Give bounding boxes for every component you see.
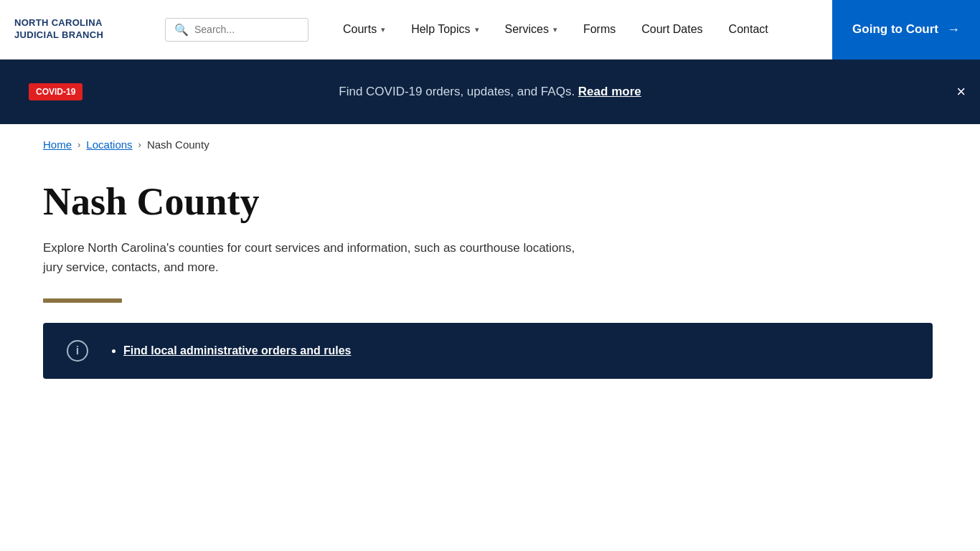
breadcrumb-current-page: Nash County — [147, 138, 209, 151]
nav-item-forms[interactable]: Forms — [570, 0, 628, 60]
breadcrumb: Home › Locations › Nash County — [0, 124, 980, 165]
main-nav: Courts ▾ Help Topics ▾ Services ▾ Forms … — [330, 0, 832, 60]
list-item: Find local administrative orders and rul… — [123, 344, 351, 357]
breadcrumb-home-link[interactable]: Home — [43, 138, 72, 151]
nav-item-courts[interactable]: Courts ▾ — [330, 0, 398, 60]
main-content: Nash County Explore North Carolina's cou… — [0, 165, 980, 408]
site-header: NORTH CAROLINA JUDICIAL BRANCH 🔍 Courts … — [0, 0, 980, 60]
site-logo: NORTH CAROLINA JUDICIAL BRANCH — [14, 17, 103, 42]
breadcrumb-separator: › — [138, 139, 141, 150]
covid-read-more-link[interactable]: Read more — [578, 85, 641, 98]
admin-orders-link[interactable]: Find local administrative orders and rul… — [123, 344, 351, 357]
covid-badge: COVID-19 — [29, 83, 83, 100]
chevron-down-icon: ▾ — [553, 25, 557, 34]
covid-banner-close-button[interactable]: × — [956, 84, 966, 100]
nav-item-services[interactable]: Services ▾ — [492, 0, 570, 60]
info-list: Find local administrative orders and rul… — [109, 344, 351, 357]
search-icon: 🔍 — [174, 23, 189, 37]
nav-item-contact[interactable]: Contact — [716, 0, 781, 60]
covid-banner-text: Find COVID-19 orders, updates, and FAQs.… — [339, 85, 641, 99]
search-input[interactable] — [194, 24, 299, 35]
nav-item-help-topics[interactable]: Help Topics ▾ — [398, 0, 491, 60]
arrow-right-icon: → — [947, 22, 960, 37]
decorative-divider — [43, 298, 122, 303]
page-title: Nash County — [43, 179, 937, 224]
page-description: Explore North Carolina's counties for co… — [43, 238, 581, 277]
info-icon: i — [66, 340, 89, 362]
breadcrumb-separator: › — [77, 139, 80, 150]
covid-banner: COVID-19 Find COVID-19 orders, updates, … — [0, 60, 980, 124]
going-to-court-button[interactable]: Going to Court → — [832, 0, 980, 60]
chevron-down-icon: ▾ — [381, 25, 385, 34]
chevron-down-icon: ▾ — [475, 25, 479, 34]
search-bar[interactable]: 🔍 — [165, 18, 308, 42]
nav-item-court-dates[interactable]: Court Dates — [628, 0, 715, 60]
breadcrumb-locations-link[interactable]: Locations — [86, 138, 132, 151]
logo-area[interactable]: NORTH CAROLINA JUDICIAL BRANCH — [0, 17, 158, 42]
info-box: i Find local administrative orders and r… — [43, 323, 933, 379]
